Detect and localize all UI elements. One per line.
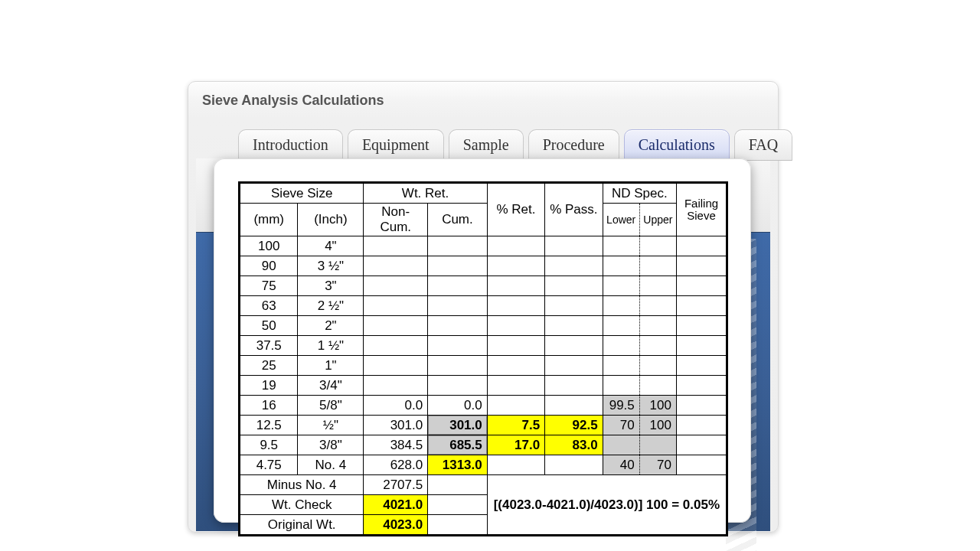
cell-ret: 7.5	[487, 416, 544, 435]
cell-inch: 2 ½"	[298, 296, 364, 316]
table-row: 16 5/8" 0.0 0.0 99.5 100	[240, 396, 727, 416]
app-panel: Sieve Analysis Calculations Introduction…	[188, 81, 779, 533]
cell-cum: 301.0	[428, 416, 488, 435]
hdr-inch: (Inch)	[298, 204, 364, 236]
cell-cum: 685.5	[428, 435, 488, 455]
hdr-cum: Cum.	[428, 204, 488, 236]
tab-introduction[interactable]: Introduction	[238, 129, 343, 161]
orig-wt-label: Original Wt.	[240, 515, 364, 535]
hdr-pct-pass: % Pass.	[545, 184, 603, 236]
cell-upper: 100	[639, 416, 676, 435]
tab-bar: Introduction Equipment Sample Procedure …	[238, 129, 792, 161]
cell-mm: 63	[240, 296, 298, 316]
table-row: 9.5 3/8" 384.5 685.5 17.0 83.0	[240, 435, 727, 455]
cell-upper: 100	[639, 396, 676, 416]
cell-noncum: 301.0	[364, 416, 428, 435]
hdr-upper: Upper	[639, 204, 676, 236]
minus-no4-value: 2707.5	[364, 475, 428, 495]
cell-inch: 3 ½"	[298, 256, 364, 276]
hdr-lower: Lower	[603, 204, 639, 236]
cell-inch: 4"	[298, 236, 364, 256]
cell-inch: 3/8"	[298, 435, 364, 455]
hdr-noncum: Non-Cum.	[364, 204, 428, 236]
cell-mm: 4.75	[240, 455, 298, 475]
table-row: 12.5 ½" 301.0 301.0 7.5 92.5 70 100	[240, 416, 727, 435]
cell-inch: 1 ½"	[298, 336, 364, 356]
tab-equipment[interactable]: Equipment	[348, 129, 444, 161]
tab-procedure[interactable]: Procedure	[528, 129, 619, 161]
cell-pass: 92.5	[545, 416, 603, 435]
cell-noncum: 0.0	[364, 396, 428, 416]
cell-pass: 83.0	[545, 435, 603, 455]
wt-check-label: Wt. Check	[240, 495, 364, 515]
cell-upper: 70	[639, 455, 676, 475]
table-row: 50 2"	[240, 316, 727, 336]
cell-mm: 16	[240, 396, 298, 416]
cell-ret: 17.0	[487, 435, 544, 455]
cell-inch: 3/4"	[298, 376, 364, 396]
cell-inch: ½"	[298, 416, 364, 435]
cell-mm: 9.5	[240, 435, 298, 455]
hdr-failing: Failing Sieve	[676, 184, 726, 236]
cell-mm: 75	[240, 276, 298, 296]
hdr-pct-ret: % Ret.	[487, 184, 544, 236]
table-row: 100 4"	[240, 236, 727, 256]
cell-mm: 90	[240, 256, 298, 276]
orig-wt-value: 4023.0	[364, 515, 428, 535]
table-row: 19 3/4"	[240, 376, 727, 396]
sieve-table: Sieve Size Wt. Ret. % Ret. % Pass. ND Sp…	[238, 181, 728, 536]
cell-mm: 100	[240, 236, 298, 256]
table-header-row: Sieve Size Wt. Ret. % Ret. % Pass. ND Sp…	[240, 184, 727, 204]
cell-inch: 5/8"	[298, 396, 364, 416]
cell-inch: 2"	[298, 316, 364, 336]
cell-noncum: 628.0	[364, 455, 428, 475]
table-subheader-row: (mm) (Inch) Non-Cum. Cum. Lower Upper	[240, 204, 727, 236]
cell-noncum: 384.5	[364, 435, 428, 455]
cell-mm: 50	[240, 316, 298, 336]
tab-calculations[interactable]: Calculations	[624, 129, 730, 161]
cell-mm: 37.5	[240, 336, 298, 356]
cell-inch: 3"	[298, 276, 364, 296]
table-row: 4.75 No. 4 628.0 1313.0 40 70	[240, 455, 727, 475]
table-row: 75 3"	[240, 276, 727, 296]
hdr-sieve-size: Sieve Size	[240, 184, 364, 204]
page-title: Sieve Analysis Calculations	[202, 93, 384, 109]
table-row: 37.5 1 ½"	[240, 336, 727, 356]
minus-no4-label: Minus No. 4	[240, 475, 364, 495]
cell-cum: 0.0	[428, 396, 488, 416]
cell-lower: 70	[603, 416, 639, 435]
wt-check-value: 4021.0	[364, 495, 428, 515]
content-card: Sieve Size Wt. Ret. % Ret. % Pass. ND Sp…	[214, 158, 751, 523]
cell-lower: 40	[603, 455, 639, 475]
row-minus-no4: Minus No. 4 2707.5 [(4023.0-4021.0)/4023…	[240, 475, 727, 495]
table-row: 25 1"	[240, 356, 727, 376]
cell-inch: 1"	[298, 356, 364, 376]
cell-mm: 25	[240, 356, 298, 376]
table-row: 90 3 ½"	[240, 256, 727, 276]
cell-inch: No. 4	[298, 455, 364, 475]
hdr-wt-ret: Wt. Ret.	[364, 184, 487, 204]
cell-cum: 1313.0	[428, 455, 488, 475]
cell-mm: 19	[240, 376, 298, 396]
cell-mm: 12.5	[240, 416, 298, 435]
formula-cell: [(4023.0-4021.0)/4023.0)] 100 = 0.05%	[487, 475, 726, 535]
tab-sample[interactable]: Sample	[449, 129, 524, 161]
hdr-nd-spec: ND Spec.	[603, 184, 676, 204]
tab-faq[interactable]: FAQ	[734, 129, 793, 161]
table-row: 63 2 ½"	[240, 296, 727, 316]
hdr-mm: (mm)	[240, 204, 298, 236]
cell-lower: 99.5	[603, 396, 639, 416]
